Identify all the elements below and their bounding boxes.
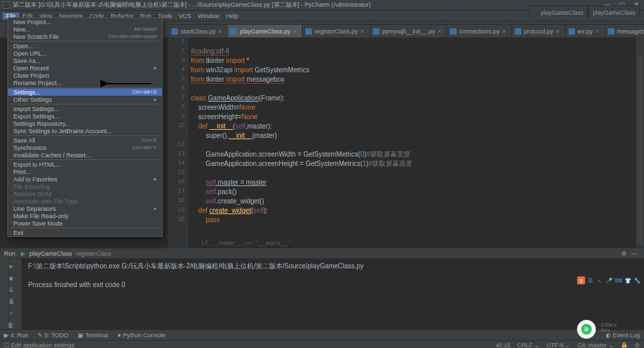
- menu-item-open-url[interactable]: Open URL...: [8, 50, 162, 57]
- tool-todo[interactable]: ✎ 5: TODO: [37, 332, 68, 339]
- line-number: 20: [178, 215, 185, 222]
- menu-item-synchronize[interactable]: SynchronizeCtrl+Alt+Y: [8, 144, 162, 151]
- window-title: 第二版本 [G:\玩具小车最新版本-2\电脑编程\电脑上位机\第二版本] - .…: [13, 1, 371, 9]
- hide-icon[interactable]: —: [631, 250, 637, 257]
- menu-item-other-settings[interactable]: Other Settings▸: [8, 96, 162, 103]
- menu-window[interactable]: Window: [195, 13, 223, 19]
- menu-item-exit[interactable]: Exit: [8, 229, 162, 236]
- gutter: 12345678910121314151617181920: [168, 37, 188, 248]
- tray-keyboard-icon[interactable]: ⌨: [615, 276, 623, 284]
- editor-scrollbar[interactable]: [636, 37, 644, 248]
- close-icon[interactable]: ×: [502, 28, 505, 35]
- close-icon[interactable]: ×: [293, 28, 297, 35]
- editor-tabs: startClass.py×playGameClass.py×registerC…: [169, 21, 644, 37]
- gear-icon[interactable]: ⚙: [621, 250, 627, 257]
- network-widget[interactable]: ⋑ ↑ 0.00K/s↓ 0K/s: [577, 320, 596, 339]
- run-label: Run:: [4, 250, 17, 257]
- readonly-lock-icon[interactable]: 🔒: [621, 342, 628, 349]
- tray-mic-icon[interactable]: 🎤: [605, 276, 613, 284]
- editor-tab-connections-py[interactable]: connections.py×: [447, 24, 511, 37]
- menu-item-power-save-mode[interactable]: Power Save Mode: [8, 220, 162, 227]
- caret-position[interactable]: 40:15: [495, 342, 511, 349]
- ime-icon[interactable]: S: [577, 276, 585, 284]
- menu-item-close-project[interactable]: Close Project: [8, 72, 162, 79]
- menu-item-rename-project[interactable]: Rename Project...: [8, 79, 162, 86]
- close-icon[interactable]: ×: [438, 28, 441, 35]
- editor-tab-err-py[interactable]: err.py×: [566, 24, 605, 37]
- menu-item-invalidate-caches-restart[interactable]: Invalidate Caches / Restart...: [8, 151, 162, 159]
- editor-tab-protocol-py[interactable]: protocol.py×: [512, 24, 566, 37]
- trash-icon[interactable]: 🗑: [6, 321, 15, 330]
- line-number: 16: [178, 178, 185, 185]
- run-tab-play[interactable]: playGameClass: [29, 250, 72, 257]
- mini-tab-dup[interactable]: playGameClass: [588, 5, 640, 19]
- menu-item-open-recent[interactable]: Open Recent▸: [8, 64, 162, 72]
- console-output[interactable]: F:\第二版本\Scripts\python.exe G:/玩具小车最新版本-2…: [21, 259, 644, 329]
- menu-item-make-file-read-only[interactable]: Make File Read-only: [8, 212, 162, 220]
- run-tool-header: Run: ▶ playGameClass registerClass ⚙ —: [0, 248, 644, 258]
- line-number: 18: [178, 197, 185, 203]
- inspection-icon[interactable]: ⊘: [635, 342, 640, 349]
- menu-item-new-project[interactable]: New Project...: [8, 18, 162, 25]
- editor-tab-startclass-py[interactable]: startClass.py×: [169, 24, 228, 37]
- line-number: 2: [181, 47, 185, 54]
- tool-run[interactable]: ▶ 4: Run: [4, 332, 28, 339]
- menu-item-import-settings[interactable]: Import Settings...: [8, 105, 162, 112]
- close-icon[interactable]: ×: [218, 28, 222, 35]
- menu-item-save-as[interactable]: Save As...: [8, 57, 162, 64]
- menu-item-settings-repository[interactable]: Settings Repository...: [8, 120, 162, 127]
- menu-item-print[interactable]: Print...: [8, 168, 162, 175]
- editor-tab-registerclass-py[interactable]: registerClass.py×: [303, 24, 370, 37]
- run-icon: ▶: [21, 250, 25, 257]
- close-icon[interactable]: ×: [556, 28, 560, 35]
- tool-terminal[interactable]: ▣ Terminal: [78, 332, 108, 339]
- git-branch[interactable]: Git: master ⌄: [577, 342, 614, 349]
- menu-item-line-separators[interactable]: Line Separators▸: [8, 205, 162, 212]
- close-icon[interactable]: ×: [595, 28, 598, 35]
- menu-item-file-encoding[interactable]: File Encoding: [8, 183, 162, 190]
- menu-item-open[interactable]: Open...: [8, 42, 162, 50]
- code-view[interactable]: #coding:utf-8 from tkinter import * from…: [191, 37, 633, 248]
- menu-item-associate-with-file-type[interactable]: Associate with File Type...: [8, 197, 162, 205]
- menu-vcs[interactable]: VCS: [175, 13, 195, 19]
- menu-item-new[interactable]: New...Alt+Insert: [8, 25, 162, 33]
- line-number: 12: [178, 141, 185, 147]
- line-number: 1: [181, 37, 185, 44]
- tray-tool-icon[interactable]: 🔧: [633, 276, 641, 284]
- menu-item-export-settings[interactable]: Export Settings...: [8, 112, 162, 120]
- line-number: 9: [181, 112, 185, 119]
- menu-item-remove-bom[interactable]: Remove BOM: [8, 190, 162, 197]
- editor-tab-playgameclass-py[interactable]: playGameClass.py×: [228, 24, 303, 37]
- status-bar: ☐ Edit application settings 40:15 CRLF ⌄…: [0, 340, 644, 348]
- tray-skin-icon[interactable]: 👕: [624, 276, 632, 284]
- bottom-tool-bar: ▶ 4: Run ✎ 5: TODO ▣ Terminal ● Python C…: [0, 329, 644, 340]
- menu-item-settings[interactable]: Settings...Ctrl+Alt+S: [8, 88, 162, 96]
- line-number: 4: [181, 66, 185, 72]
- run-tab-register[interactable]: registerClass: [76, 250, 112, 257]
- menu-item-add-to-favorites[interactable]: Add to Favorites▸: [8, 175, 162, 183]
- menu-help[interactable]: Help: [223, 13, 242, 19]
- line-number: 13: [178, 150, 185, 157]
- editor-tab-pymysql-init-py[interactable]: pymysql\__init__.py×: [370, 24, 447, 37]
- app-icon: [3, 1, 10, 9]
- status-message: ☐ Edit application settings: [4, 342, 74, 349]
- editor-tab-messagebox-py[interactable]: messagebox.py×: [605, 24, 644, 37]
- tray-punct-icon[interactable]: •,: [596, 276, 604, 284]
- line-number: 19: [178, 206, 185, 213]
- tool-pyconsole[interactable]: ● Python Console: [118, 332, 165, 339]
- ime-tray: S 英 •, 🎤 ⌨ 👕 🔧: [577, 276, 641, 284]
- tray-lang-icon[interactable]: 英: [586, 276, 594, 284]
- menu-item-save-all[interactable]: Save AllCtrl+S: [8, 137, 162, 144]
- line-number: 3: [181, 56, 185, 63]
- file-menu-dropdown: New Project...New...Alt+InsertNew Scratc…: [7, 17, 163, 237]
- close-icon[interactable]: ×: [361, 28, 364, 35]
- line-number: 7: [181, 94, 185, 100]
- line-separator[interactable]: CRLF ⌄: [517, 342, 540, 349]
- menu-item-sync-settings-to-jetbrains-account[interactable]: Sync Settings to JetBrains Account...: [8, 127, 162, 135]
- line-number: 10: [178, 122, 185, 128]
- file-encoding[interactable]: UTF-8 ⌄: [546, 342, 570, 349]
- run-console: ▶ ■ ⇊ 🖶 ⎃ 🗑 F:\第二版本\Scripts\python.exe G…: [0, 258, 644, 329]
- mini-tab-play[interactable]: playGameClass: [529, 5, 588, 19]
- menu-item-export-to-html[interactable]: Export to HTML...: [8, 161, 162, 168]
- menu-item-new-scratch-file[interactable]: New Scratch FileCtrl+Alt+Shift+Insert: [8, 33, 162, 40]
